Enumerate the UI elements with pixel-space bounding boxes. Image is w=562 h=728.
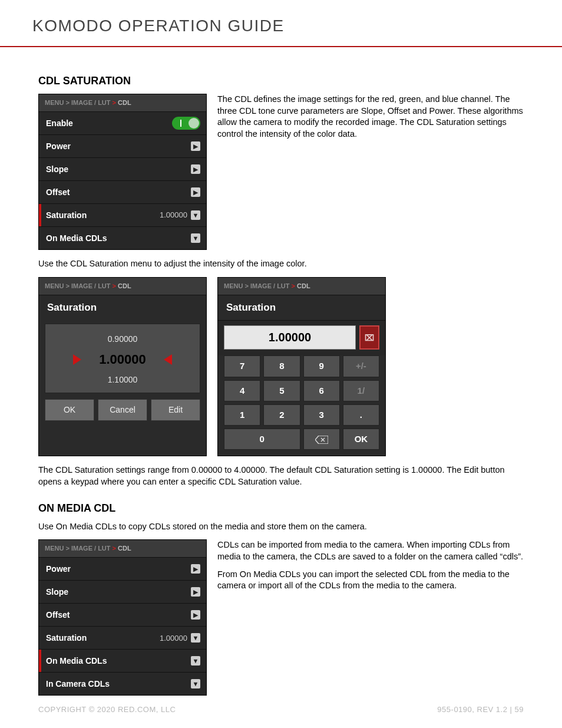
breadcrumb: MENU > IMAGE / LUT > CDL <box>39 94 206 111</box>
spinner-prev-value: 0.90000 <box>45 330 200 348</box>
menu-item-enable[interactable]: Enable <box>39 111 206 134</box>
menu-item-label: On Media CDLs <box>46 233 107 244</box>
para-cdl-desc: The CDL defines the image settings for t… <box>217 94 524 140</box>
panel-title: Saturation <box>218 295 385 321</box>
chevron-right-icon: ▶ <box>191 610 200 620</box>
key-3[interactable]: 3 <box>303 404 340 426</box>
menu-item-incamera-cdls[interactable]: In Camera CDLs ▼ <box>39 672 206 695</box>
key-ok[interactable]: OK <box>343 429 379 450</box>
menu-item-label: Offset <box>46 187 70 198</box>
key-dot[interactable]: . <box>343 404 379 426</box>
key-1[interactable]: 1 <box>224 404 260 426</box>
menu-item-saturation[interactable]: Saturation 1.00000 ▼ <box>39 626 206 649</box>
breadcrumb-last: CDL <box>297 282 310 289</box>
heading-cdl-saturation: CDL SATURATION <box>38 74 524 88</box>
menu-item-slope[interactable]: Slope ▶ <box>39 580 206 603</box>
panel-title: Saturation <box>39 295 206 321</box>
footer-copyright: COPYRIGHT © 2020 RED.COM, LLC <box>38 705 176 714</box>
para-use-saturation: Use the CDL Saturation menu to adjust th… <box>38 258 524 270</box>
menu-panel-onmedia: MENU > IMAGE / LUT > CDL Power ▶ Slope ▶… <box>38 539 207 696</box>
breadcrumb-last: CDL <box>118 545 131 552</box>
breadcrumb-pre: MENU > IMAGE / LUT <box>45 282 111 289</box>
menu-item-label: Slope <box>46 164 68 175</box>
body-text: CDLs can be imported from media to the c… <box>217 539 524 696</box>
breadcrumb: MENU > IMAGE / LUT > CDL <box>39 278 206 295</box>
key-reciprocal[interactable]: 1/ <box>343 380 379 401</box>
menu-item-label: Power <box>46 564 71 575</box>
key-6[interactable]: 6 <box>303 380 340 401</box>
chevron-down-icon: ▼ <box>191 679 200 689</box>
body-text: The CDL defines the image settings for t… <box>217 94 524 250</box>
breadcrumb-last: CDL <box>118 99 131 106</box>
chevron-down-icon: ▼ <box>191 233 200 243</box>
breadcrumb-arrow-icon: > <box>113 99 118 106</box>
spinner-decrease-icon[interactable] <box>164 354 172 365</box>
menu-item-saturation[interactable]: Saturation 1.00000 ▼ <box>39 203 206 226</box>
menu-item-value: 1.00000 <box>160 210 187 220</box>
menu-item-onmedia-cdls[interactable]: On Media CDLs ▼ <box>39 649 206 672</box>
para-onmedia-intro: Use On Media CDLs to copy CDLs stored on… <box>38 521 524 533</box>
keypad: 7 8 9 +/- 4 5 6 1/ 1 2 3 . 0 OK <box>218 355 385 456</box>
backspace-icon <box>315 436 328 444</box>
breadcrumb: MENU > IMAGE / LUT > CDL <box>218 278 385 295</box>
value-spinner[interactable]: 0.90000 1.00000 1.10000 <box>45 324 200 393</box>
chevron-right-icon: ▶ <box>191 187 200 197</box>
close-button[interactable]: ⌧ <box>359 325 379 350</box>
breadcrumb-pre: MENU > IMAGE / LUT <box>224 282 290 289</box>
menu-item-label: Saturation <box>46 633 87 644</box>
breadcrumb-arrow-icon: > <box>292 282 297 289</box>
page-header: KOMODO OPERATION GUIDE <box>0 0 562 46</box>
key-8[interactable]: 8 <box>263 355 300 377</box>
key-0[interactable]: 0 <box>224 429 300 450</box>
key-5[interactable]: 5 <box>263 380 300 401</box>
chevron-right-icon: ▶ <box>191 564 200 574</box>
spinner-next-value: 1.10000 <box>45 371 200 389</box>
menu-item-value: 1.00000 <box>160 633 187 644</box>
chevron-down-icon: ▼ <box>191 210 200 220</box>
footer-page-info: 955-0190, REV 1.2 | 59 <box>437 705 524 714</box>
chevron-right-icon: ▶ <box>191 141 200 151</box>
menu-item-power[interactable]: Power ▶ <box>39 134 206 157</box>
breadcrumb: MENU > IMAGE / LUT > CDL <box>39 540 206 557</box>
saturation-keypad-panel: MENU > IMAGE / LUT > CDL Saturation 1.00… <box>217 277 386 457</box>
menu-item-label: Offset <box>46 610 70 621</box>
key-7[interactable]: 7 <box>224 355 260 377</box>
spinner-increase-icon[interactable] <box>73 354 81 365</box>
menu-item-label: Power <box>46 141 71 152</box>
key-4[interactable]: 4 <box>224 380 260 401</box>
breadcrumb-arrow-icon: > <box>113 545 118 552</box>
key-plus-minus[interactable]: +/- <box>343 355 379 377</box>
chevron-right-icon: ▶ <box>191 587 200 597</box>
menu-item-label: Saturation <box>46 210 87 221</box>
menu-item-onmedia-cdls[interactable]: On Media CDLs ▼ <box>39 226 206 249</box>
edit-button[interactable]: Edit <box>151 399 200 421</box>
menu-item-label: Enable <box>46 118 73 129</box>
key-backspace[interactable] <box>303 429 340 450</box>
menu-item-offset[interactable]: Offset ▶ <box>39 603 206 626</box>
close-icon: ⌧ <box>365 332 374 344</box>
heading-on-media-cdl: ON MEDIA CDL <box>38 501 524 515</box>
chevron-right-icon: ▶ <box>191 164 200 174</box>
breadcrumb-last: CDL <box>118 282 131 289</box>
menu-item-label: Slope <box>46 587 68 598</box>
menu-panel-cdl: MENU > IMAGE / LUT > CDL Enable Power ▶ … <box>38 94 207 250</box>
breadcrumb-arrow-icon: > <box>113 282 118 289</box>
para-onmedia-2: From On Media CDLs you can import the se… <box>217 569 524 592</box>
menu-item-power[interactable]: Power ▶ <box>39 557 206 580</box>
para-onmedia-1: CDLs can be imported from media to the c… <box>217 539 524 562</box>
key-2[interactable]: 2 <box>263 404 300 426</box>
cancel-button[interactable]: Cancel <box>98 399 147 421</box>
chevron-down-icon: ▼ <box>191 633 200 643</box>
saturation-spinner-panel: MENU > IMAGE / LUT > CDL Saturation 0.90… <box>38 277 207 457</box>
para-range: The CDL Saturation settings range from 0… <box>38 465 524 487</box>
breadcrumb-pre: MENU > IMAGE / LUT <box>45 545 111 552</box>
ok-button[interactable]: OK <box>45 399 94 421</box>
breadcrumb-pre: MENU > IMAGE / LUT <box>45 99 111 106</box>
spinner-current-value: 1.00000 <box>99 351 146 368</box>
menu-item-offset[interactable]: Offset ▶ <box>39 180 206 203</box>
keypad-display: 1.00000 <box>224 325 356 350</box>
page-footer: COPYRIGHT © 2020 RED.COM, LLC 955-0190, … <box>0 705 562 714</box>
key-9[interactable]: 9 <box>303 355 340 377</box>
toggle-on-icon[interactable] <box>172 117 200 130</box>
menu-item-slope[interactable]: Slope ▶ <box>39 157 206 180</box>
